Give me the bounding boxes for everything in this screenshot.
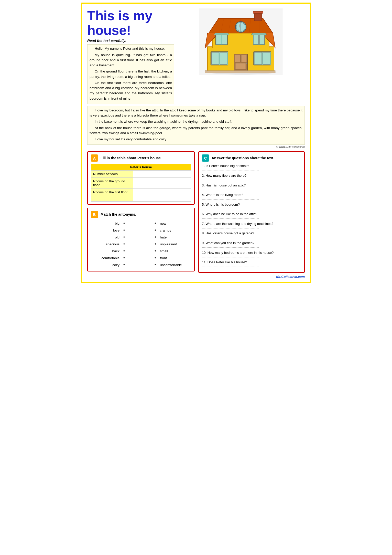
antonym-left: cozy	[91, 263, 122, 267]
table-cell-label-3: Rooms on the first floor	[91, 189, 133, 202]
antonym-row: comfortable • • front	[91, 255, 191, 261]
section-b-label: B	[91, 211, 98, 218]
table-cell-value-3[interactable]	[133, 189, 191, 202]
antonym-dot-left: •	[122, 221, 127, 226]
svg-rect-32	[205, 71, 275, 73]
header-right	[174, 8, 305, 75]
question-text: 11. Does Peter like his house?	[202, 260, 247, 264]
answer-line[interactable]: ----------------------------------------…	[202, 188, 301, 192]
antonym-dot-right: •	[153, 221, 158, 226]
section-a-box: A Fill in the table about Peter's house …	[87, 151, 195, 205]
antonym-left: spacious	[91, 242, 122, 246]
svg-marker-20	[251, 33, 267, 35]
antonym-row: spacious • • unpleasant	[91, 241, 191, 248]
antonym-row: back • • small	[91, 248, 191, 255]
table-row: Rooms on the ground floor.	[91, 178, 191, 189]
svg-rect-24	[235, 63, 246, 69]
question-item: 10. How many bedrooms are there in his h…	[202, 250, 301, 259]
antonym-dot-right: •	[153, 262, 158, 268]
copyright: © www.ClipProject.info	[87, 145, 305, 148]
antonym-right: front	[158, 256, 191, 260]
svg-rect-18	[254, 35, 258, 44]
header-area: This is my house! Read the text carefull…	[87, 8, 305, 104]
antonym-dot-left: •	[122, 255, 127, 261]
table-cell-label-1: Number of floors	[91, 171, 133, 178]
question-item: 5. Where is his bedroom? ---------------…	[202, 202, 301, 211]
answer-line[interactable]: ----------------------------------------…	[202, 207, 301, 211]
question-text: 9. What can you find in the garden?	[202, 241, 254, 245]
antonym-dot-right: •	[153, 255, 158, 261]
antonym-row: big • • new	[91, 220, 191, 227]
section-a-title: Fill in the table about Peter's house	[101, 156, 161, 160]
section-c-box: C Answer the questions about the text. 1…	[198, 151, 305, 273]
svg-rect-19	[259, 35, 264, 44]
question-item: 7. Where are the washing and drying mach…	[202, 222, 301, 230]
questions-list: 1. Is Peter's house big or small? ------…	[202, 164, 301, 268]
antonym-right: unpleasant	[158, 242, 191, 246]
antonym-left: old	[91, 235, 122, 239]
answer-line[interactable]: ----------------------------------------…	[202, 245, 301, 249]
section-c-header: C Answer the questions about the text.	[202, 154, 301, 162]
antonym-left: back	[91, 249, 122, 253]
question-item: 8. Has Peter's house got a garage? -----…	[202, 231, 301, 240]
paragraph-1: Hello! My name is Peter and this is my h…	[90, 46, 172, 51]
paragraph-6: In the basement is where we keep the was…	[90, 119, 302, 124]
svg-rect-15	[222, 35, 227, 44]
left-column: A Fill in the table about Peter's house …	[87, 151, 195, 273]
question-text: 10. How many bedrooms are there in his h…	[202, 251, 274, 255]
footer: iSLCollective.com	[87, 275, 305, 279]
page-title: This is my house!	[87, 8, 174, 38]
paragraph-3: On the ground floor there is the hall, t…	[90, 69, 172, 79]
house-illustration	[197, 8, 284, 75]
question-item: 1. Is Peter's house big or small? ------…	[202, 164, 301, 172]
question-item: 9. What can you find in the garden? ----…	[202, 241, 301, 249]
section-a-table: Peter's house Number of floors Rooms on …	[91, 164, 191, 202]
svg-rect-14	[216, 35, 221, 44]
svg-rect-28	[220, 52, 227, 64]
answer-line[interactable]: ----------------------------------------…	[202, 178, 301, 182]
question-item: 3. Has his house got an attic? ---------…	[202, 183, 301, 192]
answer-line[interactable]: ----------------------------------------…	[202, 255, 301, 259]
svg-rect-30	[254, 52, 262, 64]
answer-line[interactable]: ----------------------------------------…	[202, 236, 301, 240]
svg-point-25	[246, 63, 247, 64]
table-cell-value-2[interactable]	[133, 178, 191, 189]
question-item: 4. Where is the living room? -----------…	[202, 193, 301, 201]
question-text: 4. Where is the living room?	[202, 193, 243, 197]
table-header: Peter's house	[91, 164, 191, 171]
question-text: 2. How many floors are there?	[202, 174, 246, 177]
table-row: Number of floors	[91, 171, 191, 178]
table-row: Rooms on the first floor	[91, 189, 191, 202]
paragraph-7: At the back of the house there is also t…	[90, 125, 302, 136]
section-b-title: Match the antonyms.	[101, 212, 136, 216]
antonym-dot-left: •	[122, 235, 127, 240]
answer-line[interactable]: ----------------------------------------…	[202, 197, 301, 201]
answer-line[interactable]: ----------------------------------------…	[202, 169, 301, 172]
antonym-dot-right: •	[153, 228, 158, 233]
paragraph-4: On the first floor there are three bedro…	[90, 80, 172, 101]
antonym-dot-right: •	[153, 235, 158, 240]
question-item: 6. Why does he like to be in the attic? …	[202, 212, 301, 221]
svg-rect-27	[211, 52, 219, 64]
svg-marker-16	[214, 33, 230, 35]
question-text: 6. Why does he like to be in the attic?	[202, 212, 257, 216]
answer-line[interactable]: ----------------------------------------…	[202, 216, 301, 220]
paragraph-2: My house is quite big. It has got two fl…	[90, 53, 172, 68]
question-item: 2. How many floors are there? ----------…	[202, 173, 301, 182]
antonym-dot-left: •	[122, 242, 127, 247]
answer-line[interactable]: ----------------------------------------…	[202, 265, 301, 268]
question-text: 1. Is Peter's house big or small?	[202, 164, 249, 168]
section-c-label: C	[202, 154, 209, 162]
question-text: 8. Has Peter's house got a garage?	[202, 231, 254, 235]
antonym-dot-left: •	[122, 228, 127, 233]
antonym-dot-left: •	[122, 248, 127, 254]
antonym-dot-left: •	[122, 262, 127, 268]
question-text: 5. Where is his bedroom?	[202, 203, 240, 206]
answer-line[interactable]: ----------------------------------------…	[202, 226, 301, 230]
reading-text: Hello! My name is Peter and this is my h…	[87, 44, 174, 104]
paragraph-5: I love my bedroom, but I also like the a…	[90, 108, 302, 118]
antonym-row: old • • hate	[91, 234, 191, 241]
table-cell-value-1[interactable]	[133, 171, 191, 178]
antonym-row: love • • crampy	[91, 227, 191, 234]
svg-rect-23	[241, 55, 247, 62]
